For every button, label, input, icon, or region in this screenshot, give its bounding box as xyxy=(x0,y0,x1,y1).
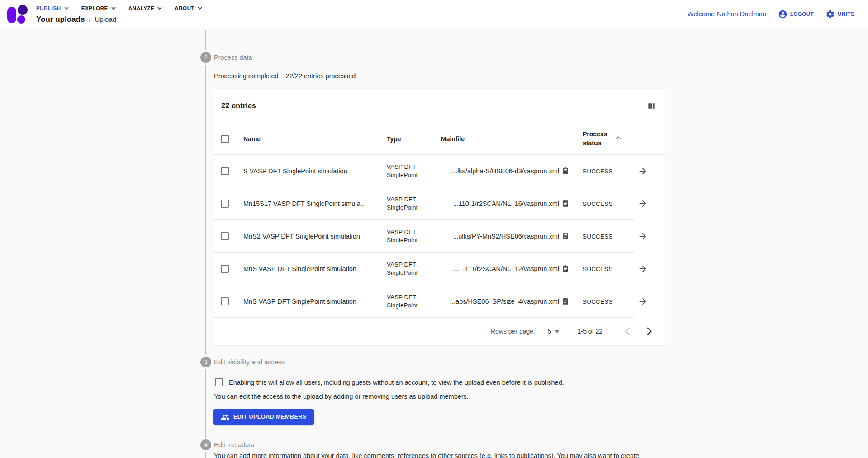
columns-icon xyxy=(647,101,656,110)
welcome-text: Welcome Nathan Daelman xyxy=(688,10,766,18)
rows-per-page-value: 5 xyxy=(548,328,551,335)
edit-upload-members-label: EDIT UPLOAD MEMBERS xyxy=(233,414,307,420)
public-visibility-checkbox[interactable] xyxy=(215,378,223,386)
entry-type: VASP DFT SinglePoint xyxy=(387,228,428,244)
column-header-process-status[interactable]: Process status xyxy=(583,130,628,148)
edit-upload-members-button[interactable]: EDIT UPLOAD MEMBERS xyxy=(213,409,314,425)
process-status-badge: SUCCESS xyxy=(583,298,613,305)
process-status-label: Process status xyxy=(583,130,610,148)
nav-analyze[interactable]: ANALYZE xyxy=(128,5,162,11)
select-all-checkbox[interactable] xyxy=(221,135,229,143)
entry-name: MnS VASP DFT SinglePoint simulation xyxy=(243,265,356,272)
column-header-name: Name xyxy=(243,135,387,143)
step-4-label: Edit metadata xyxy=(214,441,254,448)
user-name-link[interactable]: Nathan Daelman xyxy=(717,10,766,18)
step-3-label: Edit visibility and access xyxy=(214,358,285,366)
stepper-connector xyxy=(205,30,206,50)
processing-status-line: Processing completed 22/22 entries proce… xyxy=(214,72,356,80)
previous-page-button[interactable] xyxy=(620,324,635,339)
chevron-down-icon xyxy=(64,7,69,10)
main-nav: PUBLISH EXPLORE ANALYZE ABOUT xyxy=(36,5,202,11)
row-checkbox[interactable] xyxy=(221,297,229,305)
entry-mainfile: ...lks/alpha-S/HSE06-d3/vasprun.xml xyxy=(452,167,559,175)
clipboard-copy-icon[interactable] xyxy=(562,200,569,207)
nav-explore-label: EXPLORE xyxy=(81,5,108,11)
chevron-left-icon xyxy=(625,327,630,335)
table-row[interactable]: MnS VASP DFT SinglePoint simulation VASP… xyxy=(213,285,665,318)
entry-name: MnS2 VASP DFT SinglePoint simulation xyxy=(243,233,360,240)
entry-name: MnS VASP DFT SinglePoint simulation xyxy=(243,298,356,305)
nav-about-label: ABOUT xyxy=(175,5,194,11)
chevron-down-icon xyxy=(157,7,162,10)
entry-mainfile: ...abs/HSE06_SP/size_4/vasprun.xml xyxy=(450,298,559,305)
open-entry-arrow-icon[interactable] xyxy=(638,231,648,241)
table-row[interactable]: MnS2 VASP DFT SinglePoint simulation VAS… xyxy=(213,220,665,253)
row-checkbox[interactable] xyxy=(221,232,229,240)
nav-analyze-label: ANALYZE xyxy=(128,5,154,11)
step-4-number: 4 xyxy=(204,442,208,448)
app-header: PUBLISH EXPLORE ANALYZE ABOUT Your uploa… xyxy=(0,0,868,28)
header-right: Welcome Nathan Daelman LOGOUT UNITS xyxy=(688,0,854,28)
breadcrumb-separator: / xyxy=(89,15,90,23)
entry-mainfile: ...ulks/PY-MnS2/HSE06/vasprun.xml xyxy=(453,233,559,240)
process-status-badge: SUCCESS xyxy=(583,266,613,272)
column-header-type: Type xyxy=(387,135,441,143)
open-entry-arrow-icon[interactable] xyxy=(638,264,648,274)
table-header-row: Name Type Mainfile Process status xyxy=(213,123,665,155)
pagination-range: 1-5 of 22 xyxy=(578,328,602,335)
table-row[interactable]: S VASP DFT SinglePoint simulation VASP D… xyxy=(213,155,665,187)
open-entry-arrow-icon[interactable] xyxy=(638,166,648,176)
open-entry-arrow-icon[interactable] xyxy=(638,199,648,209)
process-status-badge: SUCCESS xyxy=(583,233,613,240)
visibility-checkbox-row: Enabling this will allow all users, incl… xyxy=(215,378,564,386)
clipboard-copy-icon[interactable] xyxy=(562,167,569,175)
entries-count-title: 22 entries xyxy=(221,101,256,110)
members-description: You can edit the access to the upload by… xyxy=(214,393,469,400)
metadata-description: You can add more information about your … xyxy=(214,452,662,458)
units-button[interactable]: UNITS xyxy=(825,10,854,19)
processing-status: Processing completed xyxy=(214,72,279,80)
stepper-connector xyxy=(205,369,206,438)
chevron-down-icon xyxy=(198,7,202,10)
people-icon xyxy=(221,413,229,421)
entries-table-card: 22 entries Name Type Mainfile Process st… xyxy=(213,89,665,345)
clipboard-copy-icon[interactable] xyxy=(562,233,569,240)
table-card-header: 22 entries xyxy=(213,89,665,123)
entry-mainfile: ..._-111/r2SCAN/NL_12/vasprun.xml xyxy=(454,265,559,272)
breadcrumb-your-uploads[interactable]: Your uploads xyxy=(36,15,85,24)
entry-mainfile: ...110-1/r2SCAN/NL_16/vasprun.xml xyxy=(453,200,559,207)
entry-type: VASP DFT SinglePoint xyxy=(387,261,428,277)
rows-per-page-label: Rows per page: xyxy=(491,328,535,335)
nav-about[interactable]: ABOUT xyxy=(175,5,202,11)
row-checkbox[interactable] xyxy=(221,167,229,175)
next-page-button[interactable] xyxy=(641,324,657,339)
column-settings-button[interactable] xyxy=(645,100,657,112)
entry-type: VASP DFT SinglePoint xyxy=(387,196,428,212)
row-checkbox[interactable] xyxy=(221,265,229,273)
gear-icon xyxy=(825,10,835,19)
table-row[interactable]: MnS VASP DFT SinglePoint simulation VASP… xyxy=(213,253,665,285)
clipboard-copy-icon[interactable] xyxy=(562,265,569,272)
nav-publish[interactable]: PUBLISH xyxy=(36,5,69,11)
chevron-down-icon xyxy=(111,7,116,10)
stepper-connector xyxy=(205,452,206,458)
sort-ascending-icon xyxy=(614,135,622,143)
logout-label: LOGOUT xyxy=(790,11,814,17)
nav-explore[interactable]: EXPLORE xyxy=(81,5,116,11)
entry-type: VASP DFT SinglePoint xyxy=(387,163,428,179)
rows-per-page-select[interactable]: 5 xyxy=(548,328,560,335)
logout-button[interactable]: LOGOUT xyxy=(778,10,814,19)
step-3-number: 3 xyxy=(204,359,208,365)
row-checkbox[interactable] xyxy=(221,200,229,208)
caret-down-icon xyxy=(555,330,560,333)
account-circle-icon xyxy=(778,10,787,19)
step-2-number: 2 xyxy=(204,54,208,61)
step-2-label: Process data xyxy=(214,54,252,61)
open-entry-arrow-icon[interactable] xyxy=(638,296,648,306)
table-row[interactable]: Mn15S17 VASP DFT SinglePoint simula... V… xyxy=(213,187,665,220)
breadcrumb-upload: Upload xyxy=(95,15,117,23)
step-3-circle: 3 xyxy=(200,357,211,367)
step-2-circle: 2 xyxy=(200,52,211,63)
entry-name: Mn15S17 VASP DFT SinglePoint simula... xyxy=(243,200,366,207)
clipboard-copy-icon[interactable] xyxy=(562,298,569,305)
